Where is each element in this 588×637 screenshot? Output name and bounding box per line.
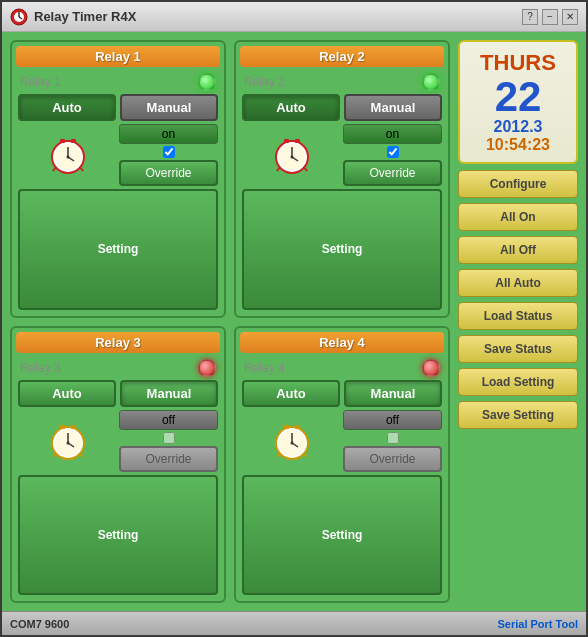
close-button[interactable]: ✕: [562, 9, 578, 25]
relay-3-toggle[interactable]: off: [119, 410, 218, 430]
svg-point-35: [290, 441, 293, 444]
relay-1-toggle[interactable]: on: [119, 124, 218, 144]
relay-4-body: Relay 4 Auto Manual: [240, 357, 444, 598]
clock-display: THURS 22 2012.3 10:54:23: [458, 40, 578, 164]
relay-2-toggle[interactable]: on: [343, 124, 442, 144]
relay-1-manual-btn[interactable]: Manual: [120, 94, 218, 121]
svg-line-38: [277, 453, 280, 457]
relay-1-bottom: on Override: [18, 124, 218, 186]
relay-1-buttons: Auto Manual: [18, 94, 218, 121]
relay-3-clock-icon: [48, 421, 88, 461]
relay-1-label: Relay 1: [20, 75, 61, 89]
svg-rect-37: [295, 425, 300, 429]
clock-time: 10:54:23: [466, 136, 570, 154]
svg-line-39: [304, 453, 307, 457]
relay-4-label: Relay 4: [244, 361, 285, 375]
relay-1-clock-icon: [48, 135, 88, 175]
relay-1-header: Relay 1: [16, 46, 220, 67]
relay-2-clock-icon: [272, 135, 312, 175]
minimize-button[interactable]: −: [542, 9, 558, 25]
relay-4-checkbox-row: [387, 432, 399, 444]
right-panel: THURS 22 2012.3 10:54:23 Configure All O…: [458, 40, 578, 603]
help-button[interactable]: ?: [522, 9, 538, 25]
svg-rect-36: [284, 425, 289, 429]
relay-2-manual-btn[interactable]: Manual: [344, 94, 442, 121]
relay-1-checkbox-row: [163, 146, 175, 158]
all-auto-button[interactable]: All Auto: [458, 269, 578, 297]
svg-line-21: [304, 167, 307, 171]
window-title: Relay Timer R4X: [34, 9, 522, 24]
svg-point-26: [66, 441, 69, 444]
relay-3-setting-btn[interactable]: Setting: [18, 475, 218, 596]
svg-line-29: [53, 453, 56, 457]
relay-grid: Relay 1 Relay 1 Auto Manual: [10, 40, 450, 603]
relay-3-led: [198, 359, 216, 377]
relay-3-checkbox[interactable]: [163, 432, 175, 444]
relay-2-checkbox-row: [387, 146, 399, 158]
relay-3-manual-col: off Override: [119, 410, 218, 472]
all-off-button[interactable]: All Off: [458, 236, 578, 264]
relay-2-checkbox[interactable]: [387, 146, 399, 158]
relay-4-checkbox[interactable]: [387, 432, 399, 444]
relay-1-body: Relay 1 Auto Manual: [16, 71, 220, 312]
load-setting-button[interactable]: Load Setting: [458, 368, 578, 396]
clock-date: 22: [466, 76, 570, 118]
svg-line-20: [277, 167, 280, 171]
window-controls: ? − ✕: [522, 9, 578, 25]
relay-1-auto-btn[interactable]: Auto: [18, 94, 116, 121]
relay-2-body: Relay 2 Auto Manual: [240, 71, 444, 312]
relay-panel-2: Relay 2 Relay 2 Auto Manual: [234, 40, 450, 318]
svg-rect-10: [71, 139, 76, 143]
relay-3-auto-btn[interactable]: Auto: [18, 380, 116, 407]
relay-2-led: [422, 73, 440, 91]
svg-rect-28: [71, 425, 76, 429]
svg-line-12: [80, 167, 83, 171]
relay-4-auto-btn[interactable]: Auto: [242, 380, 340, 407]
relay-2-auto-btn[interactable]: Auto: [242, 94, 340, 121]
com-port-status: COM7 9600: [10, 618, 69, 630]
relay-panel-4: Relay 4 Relay 4 Auto Manual: [234, 326, 450, 604]
relay-1-manual-col: on Override: [119, 124, 218, 186]
svg-rect-27: [60, 425, 65, 429]
serial-tool-label: Serial Port Tool: [498, 618, 578, 630]
relay-4-override-btn[interactable]: Override: [343, 446, 442, 472]
relay-4-clock-icon: [272, 421, 312, 461]
save-setting-button[interactable]: Save Setting: [458, 401, 578, 429]
relay-3-buttons: Auto Manual: [18, 380, 218, 407]
relay-3-label: Relay 3: [20, 361, 61, 375]
svg-point-17: [290, 156, 293, 159]
load-status-button[interactable]: Load Status: [458, 302, 578, 330]
relay-2-buttons: Auto Manual: [242, 94, 442, 121]
save-status-button[interactable]: Save Status: [458, 335, 578, 363]
relay-1-status-row: Relay 1: [18, 73, 218, 91]
relay-2-header: Relay 2: [240, 46, 444, 67]
relay-3-manual-btn[interactable]: Manual: [120, 380, 218, 407]
relay-panel-3: Relay 3 Relay 3 Auto Manual: [10, 326, 226, 604]
relay-3-status-row: Relay 3: [18, 359, 218, 377]
relay-3-override-btn[interactable]: Override: [119, 446, 218, 472]
relay-1-setting-btn[interactable]: Setting: [18, 189, 218, 310]
relay-4-status-row: Relay 4: [242, 359, 442, 377]
relay-3-header: Relay 3: [16, 332, 220, 353]
clock-year-month: 2012.3: [466, 118, 570, 136]
main-content: Relay 1 Relay 1 Auto Manual: [2, 32, 586, 611]
relay-4-setting-btn[interactable]: Setting: [242, 475, 442, 596]
status-bar: COM7 9600 Serial Port Tool: [2, 611, 586, 635]
svg-rect-19: [295, 139, 300, 143]
main-window: Relay Timer R4X ? − ✕ Relay 1 Relay 1 Au…: [0, 0, 588, 637]
app-icon: [10, 8, 28, 26]
relay-3-checkbox-row: [163, 432, 175, 444]
side-buttons: Configure All On All Off All Auto Load S…: [458, 170, 578, 429]
relay-1-checkbox[interactable]: [163, 146, 175, 158]
relay-2-override-btn[interactable]: Override: [343, 160, 442, 186]
relay-panel-1: Relay 1 Relay 1 Auto Manual: [10, 40, 226, 318]
relay-4-toggle[interactable]: off: [343, 410, 442, 430]
relay-3-bottom: off Override: [18, 410, 218, 472]
relay-4-manual-btn[interactable]: Manual: [344, 380, 442, 407]
svg-point-8: [66, 156, 69, 159]
relay-1-override-btn[interactable]: Override: [119, 160, 218, 186]
relay-2-status-row: Relay 2: [242, 73, 442, 91]
configure-button[interactable]: Configure: [458, 170, 578, 198]
relay-2-setting-btn[interactable]: Setting: [242, 189, 442, 310]
all-on-button[interactable]: All On: [458, 203, 578, 231]
